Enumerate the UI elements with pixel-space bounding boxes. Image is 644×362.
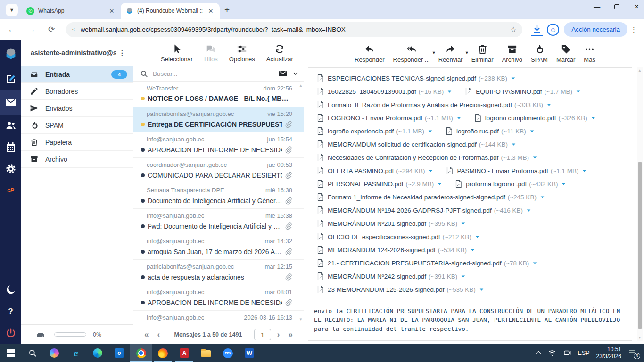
first-page-button[interactable]: « bbox=[140, 330, 153, 339]
taskbar-acrobat-icon[interactable]: A bbox=[173, 344, 195, 362]
mail-toolbar-more-button[interactable]: Más bbox=[580, 43, 599, 64]
profile-icon[interactable]: ☺ bbox=[547, 24, 559, 36]
message-row[interactable]: coordinador@sanjuan.gob.ecjue 09:53COMUN… bbox=[133, 158, 304, 183]
wifi-icon[interactable] bbox=[548, 349, 556, 357]
taskbar-firefox-icon[interactable] bbox=[152, 344, 173, 362]
taskbar-ie-icon[interactable]: e bbox=[65, 344, 87, 362]
folder-item-archivo[interactable]: Archivo bbox=[21, 151, 133, 168]
message-row[interactable]: info@sanjuan.gob.ecmar 14:32arroquia San… bbox=[133, 234, 304, 260]
taskbar-word-icon[interactable]: W bbox=[239, 344, 260, 362]
taskbar-copilot-icon[interactable] bbox=[43, 344, 65, 362]
list-scroll-down-icon[interactable]: ▼ bbox=[299, 317, 303, 321]
mail-toolbar-forward-button[interactable]: ▼Reenviar bbox=[435, 43, 466, 64]
attachment-item[interactable]: MEMORÁNDUM Nº242-signed.pdf(~391 KB) bbox=[317, 272, 466, 280]
back-icon[interactable]: ← bbox=[4, 22, 20, 38]
tab-close-icon[interactable]: ✕ bbox=[206, 7, 215, 15]
folder-item-borradores[interactable]: Borradores bbox=[21, 83, 133, 100]
attachment-item[interactable]: logroño ruc.pdf(~11 KB) bbox=[446, 127, 535, 135]
tab-roundcube[interactable]: (4) Roundcube Webmail :: Entra ✕ bbox=[121, 3, 220, 19]
notification-center-icon[interactable]: 3 bbox=[628, 348, 638, 358]
attachment-item[interactable]: Necesidades de Contratación y Recepción … bbox=[317, 153, 538, 162]
folder-options-icon[interactable]: ⋮ bbox=[116, 49, 128, 57]
attachment-item[interactable]: Formato_8_Razón de Proformas y Análisis … bbox=[317, 100, 552, 109]
folder-item-enviados[interactable]: Enviados bbox=[21, 100, 133, 117]
message-row[interactable]: Semana Transparencia DPEmié 16:38Documen… bbox=[133, 183, 304, 209]
attachment-item[interactable]: 23 MEMORANDUM 125-2026-signed.pdf(~535 K… bbox=[317, 285, 485, 294]
prev-page-button[interactable]: ‹ bbox=[153, 330, 164, 339]
attachment-item[interactable]: MEMORAMDUM solicitud de certificacion-si… bbox=[317, 140, 517, 148]
attachment-item[interactable]: MEMORANDUM 124-2026-signed.pdf(~534 KB) bbox=[317, 246, 476, 254]
bookmark-star-icon[interactable]: ☆ bbox=[510, 25, 517, 34]
taskbar-chrome-icon[interactable] bbox=[130, 344, 152, 362]
folder-item-spam[interactable]: SPAM bbox=[21, 117, 133, 134]
search-input[interactable] bbox=[153, 70, 278, 77]
message-row[interactable]: info@sanjuan.gob.ecmar 08:01APROBACION D… bbox=[133, 285, 304, 311]
attachment-item[interactable]: 16022825_1804509139001.pdf(~16 KB) bbox=[317, 87, 453, 96]
restore-button[interactable] bbox=[614, 4, 619, 9]
rail-mail-button[interactable] bbox=[0, 90, 21, 115]
site-settings-icon[interactable]: ⁖ bbox=[72, 26, 76, 33]
forward-icon[interactable]: → bbox=[24, 22, 40, 38]
language-indicator[interactable]: ESP bbox=[578, 350, 590, 356]
taskbar-explorer-icon[interactable] bbox=[195, 344, 217, 362]
rail-compose-button[interactable] bbox=[0, 68, 21, 90]
attachment-item[interactable]: logroño cumplimiento.pdf(~326 KB) bbox=[474, 114, 596, 122]
message-row[interactable]: info@sanjuan.gob.ec2026-03-16 16:13 bbox=[133, 311, 304, 323]
attachment-item[interactable]: Formato 1_Informe de Necesidad paraderos… bbox=[317, 193, 545, 201]
attachment-item[interactable]: MEMORÁNDUM Nº194-2026-GADPRSJ-PJFT-signe… bbox=[317, 206, 532, 214]
address-bar[interactable]: ⁖ webmail.sanjuan.gob.ec/cpsess030946939… bbox=[66, 22, 522, 37]
taskbar-start-icon[interactable] bbox=[0, 344, 22, 362]
taskbar-edge-icon[interactable] bbox=[87, 344, 108, 362]
message-row[interactable]: info@sanjuan.gob.ecmié 15:38Fwd: Documen… bbox=[133, 209, 304, 234]
attachment-item[interactable]: OFERTA PASMIÑO.pdf(~294 KB) bbox=[317, 166, 434, 175]
reload-icon[interactable]: ⟳ bbox=[43, 22, 59, 38]
tab-search-button[interactable]: ▼ bbox=[6, 4, 18, 16]
minimize-button[interactable]: — bbox=[594, 3, 600, 10]
rail-settings-button[interactable] bbox=[0, 158, 21, 180]
new-tab-button[interactable]: + bbox=[224, 5, 230, 15]
message-row[interactable]: info@sanjuan.gob.ecjue 15:54APROBACION D… bbox=[133, 132, 304, 158]
toolbar-seleccionar-button[interactable]: Seleccionar bbox=[157, 43, 197, 64]
attachment-item[interactable]: PASMIÑO - Enviar Proforma.pdf(~1.1 MB) bbox=[446, 166, 587, 175]
close-button[interactable]: ✕ bbox=[634, 3, 639, 10]
search-icon[interactable] bbox=[140, 70, 148, 78]
rail-calendar-button[interactable] bbox=[0, 136, 21, 158]
message-row[interactable]: patriciabonifas@sanjuan.gob.ecmar 12:15a… bbox=[133, 260, 304, 285]
message-row[interactable]: WeTransferdom 22:56NOTICE OF LOSS / DAMA… bbox=[133, 82, 304, 107]
attachment-item[interactable]: OFICIO DE especificaciones-signed.pdf(~2… bbox=[317, 232, 480, 241]
attachment-item[interactable]: proforma logroño .pdf(~432 KB) bbox=[455, 180, 567, 188]
attachment-item[interactable]: PERSONAL PASMIÑO.pdf(~2.9 MB) bbox=[317, 180, 443, 188]
search-options-chevron-icon[interactable] bbox=[292, 70, 299, 77]
clock[interactable]: 10:51 23/3/2026 bbox=[596, 346, 621, 360]
taskbar-zoom-icon[interactable]: zm bbox=[217, 344, 239, 362]
folder-item-entrada[interactable]: Entrada4 bbox=[21, 66, 133, 83]
folder-item-papelera[interactable]: Papelera bbox=[21, 134, 133, 151]
mail-toolbar-fire-button[interactable]: SPAM bbox=[528, 43, 551, 64]
mail-toolbar-tag-button[interactable]: Marcar bbox=[553, 43, 578, 64]
list-scroll-up-icon[interactable]: ▲ bbox=[299, 83, 303, 88]
last-page-button[interactable]: » bbox=[284, 330, 297, 339]
attachment-item[interactable]: LOGROÑO - Enviar Proforma.pdf(~1.1 MB) bbox=[317, 114, 462, 122]
meet-now-icon[interactable] bbox=[563, 349, 571, 357]
browser-menu-icon[interactable]: ⋮ bbox=[630, 25, 637, 34]
taskbar-outlook-icon[interactable]: o bbox=[108, 344, 130, 362]
rail-darkmode-button[interactable] bbox=[0, 279, 21, 301]
tab-whatsapp[interactable]: ✆ WhatsApp ✕ bbox=[22, 3, 121, 19]
attachment-item[interactable]: 21.- CERTIFICACION PRESUPUESTARIA-signed… bbox=[317, 259, 538, 267]
action-required-button[interactable]: Acción necesaria bbox=[564, 22, 627, 37]
toolbar-opciones-button[interactable]: Opciones bbox=[225, 43, 259, 64]
reading-pane-scrollbar[interactable]: ▲ ▼ bbox=[637, 67, 643, 341]
downloads-icon[interactable] bbox=[531, 24, 543, 36]
mail-toolbar-archive-button[interactable]: Archivo bbox=[499, 43, 526, 64]
taskbar-search-icon[interactable] bbox=[22, 344, 43, 362]
mail-toolbar-reply-button[interactable]: Responder bbox=[351, 43, 388, 64]
attachment-item[interactable]: MEMORÁNDUM Nº201-signed.pdf(~395 KB) bbox=[317, 219, 466, 228]
next-page-button[interactable]: › bbox=[273, 330, 284, 339]
attachment-item[interactable]: logroño experiencia.pdf(~1.1 MB) bbox=[317, 127, 433, 135]
rail-contacts-button[interactable] bbox=[0, 115, 21, 136]
rail-logout-button[interactable] bbox=[0, 322, 21, 344]
search-scope-envelope-icon[interactable] bbox=[278, 69, 288, 78]
tab-close-icon[interactable]: ✕ bbox=[107, 7, 116, 15]
tray-expand-icon[interactable] bbox=[535, 351, 541, 357]
mail-toolbar-reply-all-button[interactable]: ▼Responder ... bbox=[390, 43, 433, 64]
